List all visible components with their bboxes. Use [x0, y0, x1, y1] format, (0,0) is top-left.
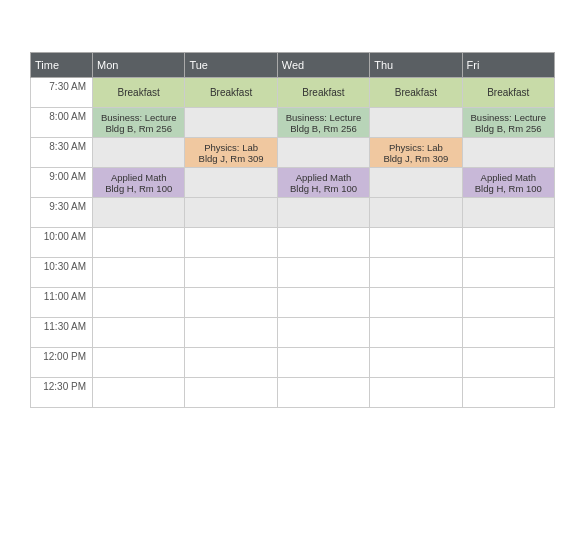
time-cell: 11:00 AM: [31, 288, 93, 318]
time-cell: 7:30 AM: [31, 78, 93, 108]
schedule-cell-fri: [462, 348, 554, 378]
schedule-cell-tue: [185, 198, 277, 228]
schedule-cell-tue: [185, 168, 277, 198]
col-header-thu: Thu: [370, 53, 462, 78]
schedule-cell-thu: Physics: Lab Bldg J, Rm 309: [370, 138, 462, 168]
schedule-cell-thu: [370, 228, 462, 258]
schedule-table: TimeMonTueWedThuFri 7:30 AMBreakfastBrea…: [30, 52, 555, 408]
table-row: 11:00 AM: [31, 288, 555, 318]
schedule-cell-mon: [93, 258, 185, 288]
schedule-cell-fri: [462, 288, 554, 318]
table-row: 9:30 AM: [31, 198, 555, 228]
schedule-cell-thu: [370, 198, 462, 228]
time-cell: 11:30 AM: [31, 318, 93, 348]
schedule-cell-wed: Applied Math Bldg H, Rm 100: [277, 168, 369, 198]
schedule-cell-fri: [462, 318, 554, 348]
table-row: 7:30 AMBreakfastBreakfastBreakfastBreakf…: [31, 78, 555, 108]
schedule-cell-mon: Applied Math Bldg H, Rm 100: [93, 168, 185, 198]
schedule-cell-wed: [277, 348, 369, 378]
table-row: 9:00 AMApplied Math Bldg H, Rm 100Applie…: [31, 168, 555, 198]
schedule-cell-wed: [277, 228, 369, 258]
table-row: 8:00 AMBusiness: Lecture Bldg B, Rm 256B…: [31, 108, 555, 138]
table-row: 11:30 AM: [31, 318, 555, 348]
schedule-cell-thu: [370, 108, 462, 138]
schedule-cell-mon: Breakfast: [93, 78, 185, 108]
schedule-cell-mon: Business: Lecture Bldg B, Rm 256: [93, 108, 185, 138]
schedule-cell-wed: [277, 198, 369, 228]
schedule-cell-wed: [277, 378, 369, 408]
schedule-cell-tue: Breakfast: [185, 78, 277, 108]
time-cell: 10:00 AM: [31, 228, 93, 258]
schedule-cell-thu: [370, 348, 462, 378]
col-header-mon: Mon: [93, 53, 185, 78]
time-cell: 9:30 AM: [31, 198, 93, 228]
schedule-cell-tue: [185, 348, 277, 378]
schedule-cell-mon: [93, 318, 185, 348]
schedule-cell-thu: [370, 168, 462, 198]
schedule-cell-tue: [185, 258, 277, 288]
schedule-cell-thu: [370, 258, 462, 288]
time-cell: 12:00 PM: [31, 348, 93, 378]
schedule-cell-tue: [185, 318, 277, 348]
schedule-cell-wed: [277, 138, 369, 168]
schedule-cell-thu: Breakfast: [370, 78, 462, 108]
schedule-cell-mon: [93, 228, 185, 258]
schedule-cell-tue: [185, 288, 277, 318]
time-cell: 10:30 AM: [31, 258, 93, 288]
time-cell: 8:30 AM: [31, 138, 93, 168]
schedule-cell-fri: Business: Lecture Bldg B, Rm 256: [462, 108, 554, 138]
schedule-cell-mon: [93, 288, 185, 318]
schedule-cell-mon: [93, 348, 185, 378]
table-row: 12:00 PM: [31, 348, 555, 378]
schedule-cell-wed: Business: Lecture Bldg B, Rm 256: [277, 108, 369, 138]
time-cell: 8:00 AM: [31, 108, 93, 138]
schedule-cell-tue: Physics: Lab Bldg J, Rm 309: [185, 138, 277, 168]
col-header-fri: Fri: [462, 53, 554, 78]
schedule-cell-tue: [185, 228, 277, 258]
schedule-cell-fri: [462, 378, 554, 408]
schedule-cell-thu: [370, 318, 462, 348]
col-header-wed: Wed: [277, 53, 369, 78]
schedule-cell-mon: [93, 198, 185, 228]
schedule-cell-fri: [462, 228, 554, 258]
schedule-cell-fri: Applied Math Bldg H, Rm 100: [462, 168, 554, 198]
col-header-tue: Tue: [185, 53, 277, 78]
schedule-cell-fri: [462, 198, 554, 228]
schedule-cell-tue: [185, 378, 277, 408]
schedule-cell-mon: [93, 138, 185, 168]
schedule-cell-thu: [370, 378, 462, 408]
schedule-cell-fri: [462, 258, 554, 288]
schedule-cell-thu: [370, 288, 462, 318]
schedule-cell-fri: Breakfast: [462, 78, 554, 108]
time-cell: 12:30 PM: [31, 378, 93, 408]
table-row: 12:30 PM: [31, 378, 555, 408]
schedule-cell-tue: [185, 108, 277, 138]
schedule-cell-wed: Breakfast: [277, 78, 369, 108]
table-row: 8:30 AMPhysics: Lab Bldg J, Rm 309Physic…: [31, 138, 555, 168]
time-cell: 9:00 AM: [31, 168, 93, 198]
table-row: 10:30 AM: [31, 258, 555, 288]
schedule-cell-wed: [277, 258, 369, 288]
schedule-cell-fri: [462, 138, 554, 168]
schedule-cell-wed: [277, 288, 369, 318]
table-row: 10:00 AM: [31, 228, 555, 258]
col-header-time: Time: [31, 53, 93, 78]
table-header-row: TimeMonTueWedThuFri: [31, 53, 555, 78]
schedule-cell-mon: [93, 378, 185, 408]
schedule-cell-wed: [277, 318, 369, 348]
